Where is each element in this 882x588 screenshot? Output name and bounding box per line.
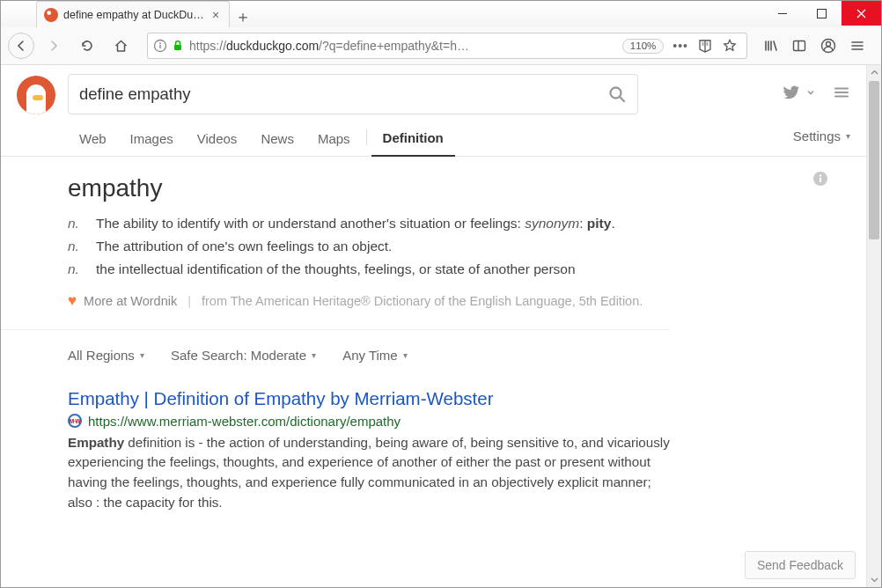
browser-tab[interactable]: define empathy at DuckDuckGo × bbox=[36, 1, 230, 27]
search-submit-button[interactable] bbox=[607, 85, 627, 104]
definition-headword: empathy bbox=[68, 174, 670, 202]
scroll-thumb[interactable] bbox=[869, 81, 879, 239]
page-actions-button[interactable]: ••• bbox=[673, 39, 688, 53]
merriam-webster-favicon-icon: M·W bbox=[68, 414, 82, 428]
search-verticals-nav: Web Images Videos News Maps Definition S… bbox=[1, 125, 866, 157]
definition-source: from The American Heritage® Dictionary o… bbox=[202, 294, 643, 308]
send-feedback-button[interactable]: Send Feedback bbox=[745, 551, 856, 579]
svg-point-1 bbox=[159, 42, 161, 44]
svg-rect-4 bbox=[794, 41, 805, 51]
svg-rect-3 bbox=[174, 45, 181, 50]
nav-images[interactable]: Images bbox=[119, 126, 185, 156]
twitter-icon bbox=[782, 83, 801, 102]
sidebars-icon[interactable] bbox=[791, 38, 807, 54]
search-result: Empathy | Definition of Empathy by Merri… bbox=[1, 375, 670, 522]
window-maximize-button[interactable] bbox=[802, 1, 842, 26]
svg-point-7 bbox=[827, 42, 831, 47]
nav-maps[interactable]: Maps bbox=[306, 126, 362, 156]
duckduckgo-logo[interactable] bbox=[17, 76, 55, 114]
result-filters: All Regions▾ Safe Search: Moderate▾ Any … bbox=[1, 330, 866, 375]
chevron-down-icon: ▾ bbox=[846, 131, 850, 141]
home-button[interactable] bbox=[107, 32, 135, 60]
url-text: https://duckduckgo.com/?q=define+empathy… bbox=[189, 39, 617, 53]
forward-button[interactable] bbox=[40, 32, 68, 60]
safesearch-filter[interactable]: Safe Search: Moderate▾ bbox=[171, 348, 316, 363]
result-title-link[interactable]: Empathy | Definition of Empathy by Merri… bbox=[68, 387, 670, 411]
lock-icon bbox=[172, 40, 184, 52]
window-titlebar: define empathy at DuckDuckGo × ＋ bbox=[1, 1, 881, 27]
back-button[interactable] bbox=[8, 33, 34, 59]
vertical-scrollbar[interactable] bbox=[866, 65, 881, 587]
duckduckgo-favicon-icon bbox=[44, 8, 58, 22]
nav-news[interactable]: News bbox=[249, 126, 305, 156]
nav-videos[interactable]: Videos bbox=[186, 126, 249, 156]
bookmark-star-icon[interactable] bbox=[722, 38, 738, 54]
reload-button[interactable] bbox=[73, 32, 101, 60]
definition-sense: n. The attribution of one's own feelings… bbox=[68, 236, 670, 257]
more-at-wordnik-link[interactable]: More at Wordnik bbox=[84, 294, 177, 308]
tab-close-button[interactable]: × bbox=[209, 9, 222, 21]
info-icon[interactable] bbox=[812, 171, 828, 187]
browser-toolbar: https://duckduckgo.com/?q=define+empathy… bbox=[1, 27, 881, 65]
window-minimize-button[interactable] bbox=[762, 1, 802, 26]
result-snippet: Empathy definition is - the action of un… bbox=[68, 433, 670, 513]
nav-divider bbox=[366, 129, 367, 145]
chevron-down-icon bbox=[806, 88, 815, 97]
browser-menu-icon[interactable] bbox=[849, 38, 865, 54]
account-icon[interactable] bbox=[820, 37, 837, 55]
search-settings-dropdown[interactable]: Settings ▾ bbox=[793, 129, 866, 153]
wordnik-heart-icon: ♥ bbox=[68, 292, 77, 310]
nav-definition[interactable]: Definition bbox=[371, 125, 455, 157]
window-controls bbox=[762, 1, 881, 27]
page-content: Web Images Videos News Maps Definition S… bbox=[1, 65, 866, 587]
svg-point-11 bbox=[820, 174, 821, 176]
scroll-up-button[interactable] bbox=[867, 65, 881, 80]
svg-rect-12 bbox=[820, 178, 821, 182]
scroll-down-button[interactable] bbox=[867, 572, 881, 587]
region-filter[interactable]: All Regions▾ bbox=[68, 348, 144, 363]
svg-rect-2 bbox=[159, 45, 160, 48]
nav-web[interactable]: Web bbox=[68, 126, 118, 156]
share-twitter-dropdown[interactable] bbox=[782, 83, 815, 102]
zoom-badge[interactable]: 110% bbox=[622, 39, 664, 54]
library-icon[interactable] bbox=[763, 38, 779, 54]
tab-title: define empathy at DuckDuckGo bbox=[63, 9, 204, 21]
search-form bbox=[68, 74, 638, 114]
new-tab-button[interactable]: ＋ bbox=[230, 6, 256, 27]
definition-sense: n. the intellectual identification of th… bbox=[68, 259, 670, 280]
address-bar[interactable]: https://duckduckgo.com/?q=define+empathy… bbox=[147, 33, 747, 59]
definition-module: empathy n. The ability to identify with … bbox=[1, 157, 670, 330]
search-input[interactable] bbox=[79, 85, 607, 104]
site-identity-icon[interactable] bbox=[153, 39, 167, 53]
definition-sense: n. The ability to identify with or under… bbox=[68, 213, 670, 234]
site-menu-button[interactable] bbox=[833, 84, 850, 101]
result-url[interactable]: https://www.merriam-webster.com/dictiona… bbox=[88, 414, 401, 429]
window-close-button[interactable] bbox=[842, 1, 881, 26]
time-filter[interactable]: Any Time▾ bbox=[342, 348, 408, 363]
reader-toggle-icon[interactable] bbox=[697, 38, 713, 54]
svg-line-9 bbox=[620, 97, 624, 101]
